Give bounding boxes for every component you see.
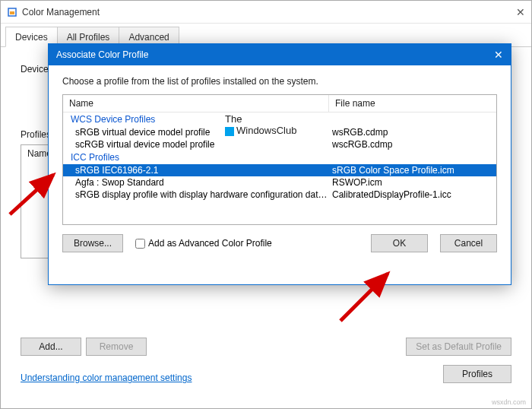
profile-table: Name File name WCS Device Profiles sRGB … (62, 94, 497, 225)
profiles-button[interactable]: Profiles (443, 365, 511, 383)
add-button[interactable]: Add... (21, 338, 81, 356)
advanced-checkbox[interactable] (135, 239, 145, 249)
associate-color-profile-dialog: Associate Color Profile ✕ Choose a profi… (48, 43, 511, 285)
column-file[interactable]: File name (329, 95, 496, 112)
app-icon (7, 7, 17, 17)
modal-description: Choose a profile from the list of profil… (62, 76, 497, 87)
help-link[interactable]: Understanding color management settings (21, 373, 192, 383)
table-row-selected[interactable]: sRGB IEC61966-2.1 sRGB Color Space Profi… (63, 164, 496, 176)
group-wcs: WCS Device Profiles (63, 113, 496, 126)
table-header: Name File name (63, 95, 496, 113)
browse-button[interactable]: Browse... (62, 234, 123, 252)
table-row[interactable]: scRGB virtual device model profile wscRG… (63, 138, 496, 151)
svg-rect-1 (10, 11, 14, 14)
table-body: WCS Device Profiles sRGB virtual device … (63, 113, 496, 201)
modal-button-row: Browse... Add as Advanced Color Profile … (62, 234, 497, 252)
help-link-row: Understanding color management settings (21, 373, 192, 383)
modal-close-icon[interactable]: ✕ (480, 49, 503, 61)
source-watermark: wsxdn.com (492, 398, 526, 406)
main-titlebar: Color Management ✕ (1, 1, 531, 24)
table-row[interactable]: sRGB virtual device model profile wsRGB.… (63, 126, 496, 138)
modal-title: Associate Color Profile (56, 49, 480, 60)
ok-button[interactable]: OK (371, 234, 428, 252)
remove-button: Remove (86, 338, 147, 356)
modal-titlebar: Associate Color Profile ✕ (49, 44, 511, 65)
table-row[interactable]: sRGB display profile with display hardwa… (63, 189, 496, 201)
group-icc: ICC Profiles (63, 151, 496, 164)
advanced-checkbox-label[interactable]: Add as Advanced Color Profile (135, 238, 272, 249)
main-title: Color Management (22, 7, 495, 17)
column-name[interactable]: Name (63, 95, 329, 112)
set-default-button: Set as Default Profile (406, 338, 511, 356)
cancel-button[interactable]: Cancel (440, 234, 497, 252)
table-row[interactable]: Agfa : Swop Standard RSWOP.icm (63, 176, 496, 189)
main-close-icon[interactable]: ✕ (495, 6, 525, 18)
bottom-button-row: Add... Remove Set as Default Profile (21, 338, 511, 356)
